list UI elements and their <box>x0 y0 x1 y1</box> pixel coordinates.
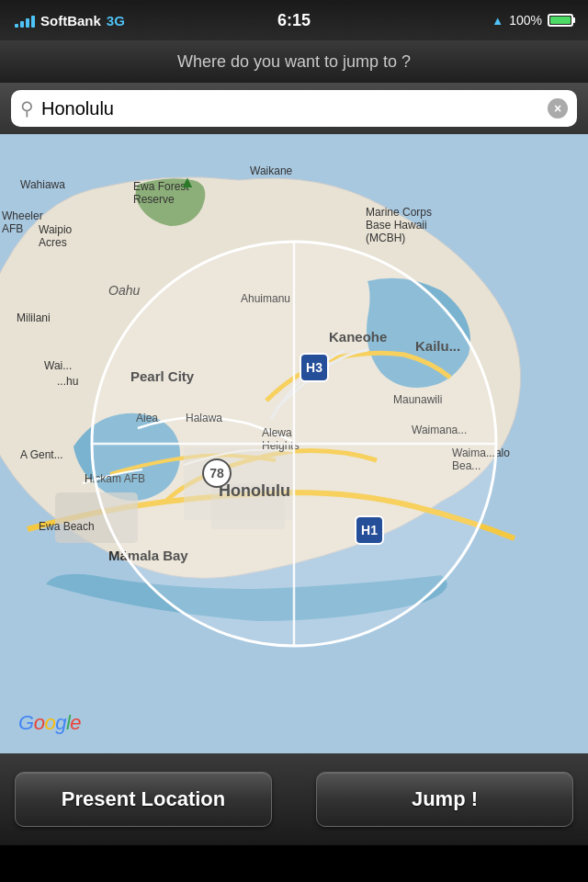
bottom-bar: Present Location Jump ! <box>0 753 588 845</box>
header-title: Where do you want to jump to ? <box>177 52 411 72</box>
search-icon: ⚲ <box>20 97 34 119</box>
search-bar-container: ⚲ Honolulu × <box>0 83 588 134</box>
label-pearl-city: Pearl City <box>130 368 194 384</box>
carrier-label: SoftBank <box>40 13 101 28</box>
signal-bar-1 <box>15 24 18 28</box>
label-ewa-beach: Ewa Beach <box>39 520 95 533</box>
label-wai2: ...hu <box>57 375 78 388</box>
label-kailua: Kailu... <box>415 338 460 354</box>
badge-78: 78 <box>202 458 232 488</box>
label-halawa: Halawa <box>186 412 222 424</box>
label-mamala-bay: Māmala Bay <box>108 548 188 563</box>
network-label: 3G <box>107 13 125 28</box>
label-hickam: Hickam AFB <box>85 472 145 485</box>
label-wheeler: WheelerAFB <box>2 209 43 235</box>
label-kaneohe: Kaneohe <box>329 329 387 345</box>
signal-bar-4 <box>31 16 35 28</box>
label-mcbh: Marine CorpsBase Hawaii(MCBH) <box>366 206 432 244</box>
label-wahiawa: Wahiawa <box>20 178 65 191</box>
signal-bars <box>15 13 35 28</box>
label-waimanalo: Waimana... <box>412 424 467 436</box>
search-bar: ⚲ Honolulu × <box>11 90 577 127</box>
label-alewa: AlewaHeights <box>262 426 300 452</box>
label-agent: A Gent... <box>20 448 63 461</box>
status-bar: SoftBank 3G 6:15 ▲ 100% <box>0 0 588 40</box>
status-left: SoftBank 3G <box>15 13 125 28</box>
label-honolulu: Honolulu <box>219 481 290 501</box>
status-right: ▲ 100% <box>492 13 573 28</box>
battery-percent: 100% <box>509 13 542 28</box>
label-waikane: Waikane <box>250 164 292 177</box>
label-mililani: Mililani <box>17 311 51 324</box>
label-ahuimanu: Ahuimanu <box>241 292 290 305</box>
battery-icon <box>548 14 573 27</box>
label-aiea: Aiea <box>136 412 158 424</box>
label-wai1: Wai... <box>44 359 72 372</box>
svg-rect-1 <box>55 492 138 543</box>
jump-label: Jump ! <box>412 787 478 811</box>
label-waipio: WaipioAcres <box>39 223 72 249</box>
clock: 6:15 <box>277 11 311 30</box>
badge-h3: H3 <box>300 353 329 382</box>
tree-icon: ▲ <box>179 173 196 192</box>
signal-bar-3 <box>26 18 29 28</box>
search-input[interactable]: Honolulu <box>41 98 540 119</box>
clear-button[interactable]: × <box>548 98 568 119</box>
header: Where do you want to jump to ? <box>0 40 588 83</box>
signal-bar-2 <box>20 21 24 28</box>
label-maunawili: Maunawili <box>393 393 442 406</box>
map-area[interactable]: Wahiawa Waikane WaipioAcres WheelerAFB E… <box>0 134 588 753</box>
badge-h1: H1 <box>355 515 384 545</box>
jump-button[interactable]: Jump ! <box>316 772 573 827</box>
google-watermark: Google <box>18 711 81 735</box>
label-oahu: Oahu <box>108 283 140 298</box>
present-location-label: Present Location <box>62 787 225 811</box>
label-waimanalo-beach: Waima...aloBea... <box>452 447 510 472</box>
location-icon: ▲ <box>492 14 503 28</box>
present-location-button[interactable]: Present Location <box>15 772 272 827</box>
